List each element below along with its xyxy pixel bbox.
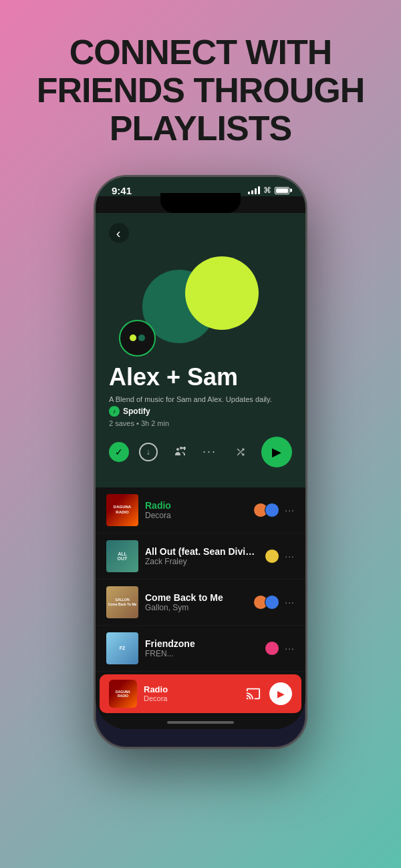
avatar-icon	[265, 503, 279, 517]
shuffle-button[interactable]	[230, 441, 251, 463]
avatar-dot-2	[138, 335, 145, 341]
track-right-allout: ···	[265, 549, 295, 564]
track-item[interactable]: GALLONCome Back To Me Come Back to Me Ga…	[96, 580, 305, 626]
blend-circle-lime	[185, 256, 259, 330]
status-icons: ⌘	[248, 186, 289, 195]
track-right-radio: ···	[253, 503, 295, 517]
track-avatars-radio	[253, 503, 279, 517]
avatar-icon	[265, 549, 279, 564]
track-artwork-friendzone: FZ	[106, 632, 138, 664]
track-title-radio: Radio	[145, 500, 247, 511]
notch	[160, 193, 241, 213]
track-info-comeback: Come Back to Me Gallon, Sym	[145, 592, 247, 612]
track-info-friendzone: Friendzone FREN...	[145, 638, 258, 658]
track-artwork-comeback: GALLONCome Back To Me	[106, 586, 138, 618]
mini-player-info: Radio Decora	[144, 684, 237, 702]
track-title-comeback: Come Back to Me	[145, 592, 247, 603]
headline: CONNECT WITHFRIENDS THROUGHPLAYLISTS	[27, 33, 374, 148]
back-button[interactable]	[109, 223, 129, 243]
track-right-comeback: ···	[253, 595, 295, 610]
track-item[interactable]: ALLOUT All Out (feat. Sean Divine) Zack …	[96, 533, 305, 580]
avatar-icon	[265, 595, 279, 610]
spotify-logo-icon	[109, 406, 120, 417]
controls-row: ✓ ↓ ··· ▶	[109, 437, 292, 474]
track-avatars-friendzone	[265, 641, 279, 656]
blend-artwork	[109, 250, 292, 357]
track-info-radio: Radio Decora	[145, 500, 247, 520]
track-avatars-comeback	[253, 595, 279, 610]
play-button[interactable]: ▶	[261, 437, 292, 467]
track-item[interactable]: FZ Friendzone FREN... ···	[96, 626, 305, 672]
track-more-button[interactable]: ···	[285, 597, 295, 608]
home-indicator-area	[96, 716, 305, 729]
track-more-button[interactable]: ···	[285, 505, 295, 515]
phone-mockup: 9:41 ⌘	[94, 175, 307, 749]
more-options-button[interactable]: ···	[198, 441, 220, 463]
track-more-button[interactable]: ···	[285, 643, 295, 654]
save-check-button[interactable]: ✓	[109, 442, 129, 462]
status-time: 9:41	[112, 185, 132, 196]
blend-avatar-circle	[119, 320, 156, 357]
mini-player-controls: ▶	[244, 682, 292, 705]
wifi-icon: ⌘	[263, 186, 271, 195]
avatar-icon	[265, 641, 279, 656]
home-indicator	[167, 721, 234, 724]
track-item[interactable]: DAGUNARADIO Radio Decora ···	[96, 487, 305, 533]
signal-icon	[248, 186, 260, 194]
playlist-header: Alex + Sam A Blend of music for Sam and …	[96, 213, 305, 487]
track-artist-friendzone: FREN...	[145, 649, 258, 658]
track-info-allout: All Out (feat. Sean Divine) Zack Fraley	[145, 546, 258, 566]
headline-bold: CONNECT	[70, 33, 237, 71]
mini-play-button[interactable]: ▶	[269, 682, 292, 705]
cast-icon[interactable]	[244, 684, 263, 703]
track-artist-comeback: Gallon, Sym	[145, 603, 247, 612]
mini-player-artwork: DAGUNARADIO	[109, 680, 137, 708]
track-avatars-allout	[265, 549, 279, 564]
hero-text-section: CONNECT WITHFRIENDS THROUGHPLAYLISTS	[0, 0, 401, 168]
track-title-friendzone: Friendzone	[145, 638, 258, 649]
phone-screen: 9:41 ⌘	[96, 177, 305, 729]
mini-player-artist: Decora	[144, 694, 237, 702]
track-title-allout: All Out (feat. Sean Divine)	[145, 546, 258, 557]
avatar-dot-1	[130, 335, 136, 341]
playlist-creator[interactable]: Spotify	[109, 406, 292, 417]
battery-icon	[275, 187, 289, 194]
mini-player-track-name: Radio	[144, 684, 237, 694]
mini-player[interactable]: DAGUNARADIO Radio Decora ▶	[100, 674, 301, 713]
track-list: DAGUNARADIO Radio Decora ···	[96, 487, 305, 672]
phone-frame: 9:41 ⌘	[94, 175, 307, 749]
track-more-button[interactable]: ···	[285, 551, 295, 562]
track-artist-radio: Decora	[145, 511, 247, 520]
download-button[interactable]: ↓	[139, 443, 158, 461]
playlist-title: Alex + Sam	[109, 363, 292, 391]
track-right-friendzone: ···	[265, 641, 295, 656]
track-artwork-allout: ALLOUT	[106, 540, 138, 572]
creator-name: Spotify	[123, 407, 150, 416]
add-friends-button[interactable]	[168, 441, 189, 463]
track-artwork-radio: DAGUNARADIO	[106, 494, 138, 526]
playlist-description: A Blend of music for Sam and Alex. Updat…	[109, 395, 292, 403]
track-artist-allout: Zack Fraley	[145, 557, 258, 566]
playlist-meta: 2 saves • 3h 2 min	[109, 419, 292, 427]
